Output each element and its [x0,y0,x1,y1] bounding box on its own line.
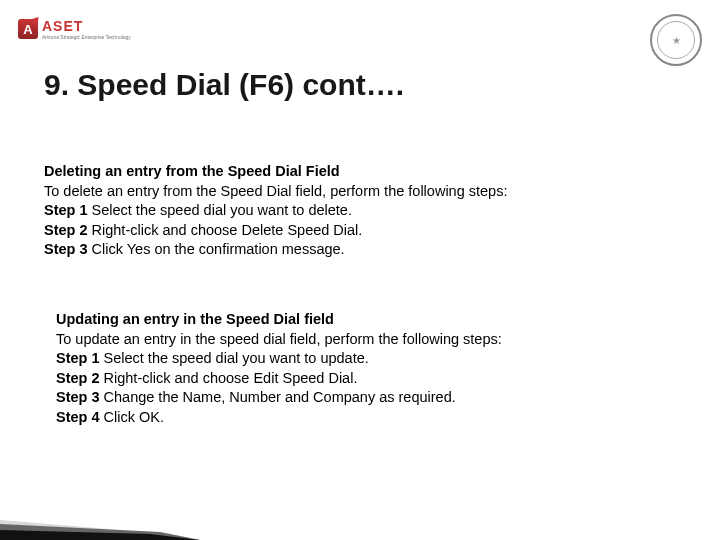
aset-logo-icon [18,19,38,39]
updating-section: Updating an entry in the Speed Dial fiel… [56,310,670,427]
updating-step-2: Step 2 Right-click and choose Edit Speed… [56,369,670,389]
step-text: Right-click and choose Edit Speed Dial. [100,370,358,386]
step-text: Change the Name, Number and Company as r… [100,389,456,405]
logo-name: ASET [42,18,131,34]
updating-heading: Updating an entry in the Speed Dial fiel… [56,310,670,330]
step-text: Right-click and choose Delete Speed Dial… [88,222,363,238]
corner-decoration-icon [0,470,200,540]
updating-step-3: Step 3 Change the Name, Number and Compa… [56,388,670,408]
step-label: Step 1 [56,350,100,366]
logo-left: ASET Arizona Strategic Enterprise Techno… [18,18,131,40]
logo-text: ASET Arizona Strategic Enterprise Techno… [42,18,131,40]
step-text: Click OK. [100,409,164,425]
header: ASET Arizona Strategic Enterprise Techno… [18,18,702,62]
step-text: Click Yes on the confirmation message. [88,241,345,257]
deleting-step-1: Step 1 Select the speed dial you want to… [44,201,670,221]
deleting-heading: Deleting an entry from the Speed Dial Fi… [44,162,670,182]
deleting-step-2: Step 2 Right-click and choose Delete Spe… [44,221,670,241]
updating-intro: To update an entry in the speed dial fie… [56,330,670,350]
deleting-step-3: Step 3 Click Yes on the confirmation mes… [44,240,670,260]
step-label: Step 3 [56,389,100,405]
step-label: Step 3 [44,241,88,257]
step-text: Select the speed dial you want to update… [100,350,369,366]
deleting-intro: To delete an entry from the Speed Dial f… [44,182,670,202]
step-label: Step 4 [56,409,100,425]
step-label: Step 1 [44,202,88,218]
step-label: Step 2 [56,370,100,386]
updating-step-4: Step 4 Click OK. [56,408,670,428]
page-title: 9. Speed Dial (F6) cont…. [44,68,404,102]
updating-step-1: Step 1 Select the speed dial you want to… [56,349,670,369]
state-seal-icon [650,14,702,66]
step-text: Select the speed dial you want to delete… [88,202,352,218]
svg-marker-1 [0,524,200,540]
svg-marker-0 [0,520,200,540]
logo-tagline: Arizona Strategic Enterprise Technology [42,34,131,40]
deleting-section: Deleting an entry from the Speed Dial Fi… [44,162,670,260]
svg-marker-2 [0,530,200,540]
step-label: Step 2 [44,222,88,238]
